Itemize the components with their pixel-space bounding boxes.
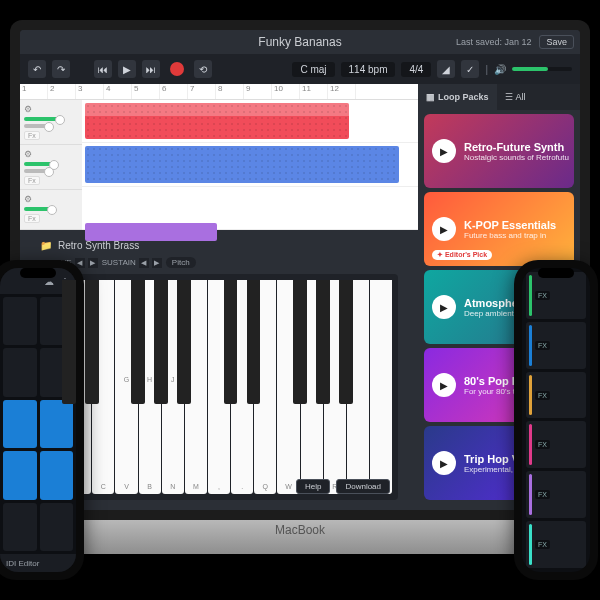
pad[interactable] xyxy=(3,451,37,499)
mixer-channel[interactable]: FX xyxy=(526,372,586,419)
black-key[interactable] xyxy=(177,280,191,404)
folder-icon: 📁 xyxy=(40,240,52,251)
pack-subtitle: Nostalgic sounds of Retrofutu xyxy=(464,153,566,162)
mixer-channel[interactable]: FX xyxy=(526,322,586,369)
track-pan[interactable] xyxy=(24,124,51,128)
pack-title: K-POP Essentials xyxy=(464,219,566,231)
pitch-button[interactable]: Pitch xyxy=(166,257,196,268)
loop-button[interactable]: ⟲ xyxy=(194,60,212,78)
undo-button[interactable]: ↶ xyxy=(28,60,46,78)
play-icon[interactable]: ▶ xyxy=(432,451,456,475)
black-key[interactable] xyxy=(224,280,238,404)
clip-track-3[interactable] xyxy=(85,223,217,241)
titlebar: Funky Bananas Last saved: Jan 12 Save xyxy=(20,30,580,54)
play-icon[interactable]: ▶ xyxy=(432,295,456,319)
timeline-ruler[interactable]: 123456789101112 xyxy=(20,84,418,100)
pad[interactable] xyxy=(40,451,74,499)
track-volume[interactable] xyxy=(24,117,62,121)
skip-start-button[interactable]: ⏮ xyxy=(94,60,112,78)
gear-icon[interactable]: ⚙ xyxy=(24,104,32,114)
master-volume[interactable] xyxy=(512,67,572,71)
record-button[interactable] xyxy=(166,62,188,76)
gear-icon[interactable]: ⚙ xyxy=(24,149,32,159)
sustain-control[interactable]: SUSTAIN ◀ ▶ xyxy=(102,258,162,268)
tab-all[interactable]: ☰ All xyxy=(497,84,534,110)
mixer-channel[interactable]: FX xyxy=(526,421,586,468)
track-volume[interactable] xyxy=(24,207,54,211)
pad[interactable] xyxy=(3,297,37,345)
footer-label[interactable]: IDI Editor xyxy=(6,559,39,568)
speaker-icon: 🔊 xyxy=(494,64,506,75)
track-headers: ⚙ Fx ⚙ Fx xyxy=(20,100,82,230)
help-button[interactable]: Help xyxy=(296,479,330,494)
tempo-display[interactable]: 114 bpm xyxy=(341,62,396,77)
play-button[interactable]: ▶ xyxy=(118,60,136,78)
phone-right: FX FX FX FX FX FX xyxy=(514,260,598,580)
track-header-1[interactable]: ⚙ Fx xyxy=(20,100,82,145)
clip-track-1[interactable] xyxy=(85,103,349,139)
transport-bar: ↶ ↷ ⏮ ▶ ⏭ ⟲ C maj 114 bpm 4/4 ◢ ✓ | 🔊 xyxy=(20,54,580,84)
pad[interactable] xyxy=(40,503,74,551)
clip-area[interactable] xyxy=(82,100,418,230)
editors-pick-badge: ✦ Editor's Pick xyxy=(432,250,492,260)
timesig-display[interactable]: 4/4 xyxy=(401,62,431,77)
sustain-up[interactable]: ▶ xyxy=(152,258,162,268)
download-button[interactable]: Download xyxy=(336,479,390,494)
sustain-down[interactable]: ◀ xyxy=(139,258,149,268)
last-saved: Last saved: Jan 12 xyxy=(456,37,532,47)
tuner-button[interactable]: ✓ xyxy=(461,60,479,78)
piano-keyboard[interactable]: SZDXCGVHBJNM,.QWERTY Help Download xyxy=(40,274,398,500)
black-key[interactable] xyxy=(62,280,76,404)
skip-end-button[interactable]: ⏭ xyxy=(142,60,160,78)
key-display[interactable]: C maj xyxy=(292,62,334,77)
fx-button[interactable]: Fx xyxy=(24,176,40,185)
track-volume[interactable] xyxy=(24,162,56,166)
loop-pack-card[interactable]: ▶ K-POP Essentials Future bass and trap … xyxy=(424,192,574,266)
black-key[interactable] xyxy=(293,280,307,404)
project-title: Funky Bananas xyxy=(258,35,341,49)
metronome-button[interactable]: ◢ xyxy=(437,60,455,78)
laptop-frame: Funky Bananas Last saved: Jan 12 Save ↶ … xyxy=(10,20,590,580)
play-icon[interactable]: ▶ xyxy=(432,217,456,241)
black-key[interactable] xyxy=(247,280,261,404)
mixer-channel[interactable]: FX xyxy=(526,521,586,568)
redo-button[interactable]: ↷ xyxy=(52,60,70,78)
pad[interactable] xyxy=(40,400,74,448)
daw-app: Funky Bananas Last saved: Jan 12 Save ↶ … xyxy=(20,30,580,510)
loop-pack-card[interactable]: ▶ Retro-Future Synth Nostalgic sounds of… xyxy=(424,114,574,188)
clip-track-2[interactable] xyxy=(85,146,399,182)
black-key[interactable] xyxy=(316,280,330,404)
black-key[interactable] xyxy=(131,280,145,404)
gear-icon[interactable]: ⚙ xyxy=(24,194,32,204)
octave-up[interactable]: ▶ xyxy=(88,258,98,268)
mixer-app: FX FX FX FX FX FX xyxy=(522,268,590,572)
mixer-channel[interactable]: FX xyxy=(526,272,586,319)
laptop-base: MacBook xyxy=(10,520,590,554)
pad[interactable] xyxy=(3,348,37,396)
pad[interactable] xyxy=(3,400,37,448)
track-header-3[interactable]: ⚙ Fx xyxy=(20,190,82,230)
tab-loop-packs[interactable]: ▦ Loop Packs xyxy=(418,84,497,110)
black-key[interactable] xyxy=(339,280,353,404)
fx-button[interactable]: Fx xyxy=(24,214,40,223)
play-icon[interactable]: ▶ xyxy=(432,139,456,163)
play-icon[interactable]: ▶ xyxy=(432,373,456,397)
track-pan[interactable] xyxy=(24,169,51,173)
track-header-2[interactable]: ⚙ Fx xyxy=(20,145,82,190)
black-key[interactable] xyxy=(85,280,99,404)
fx-button[interactable]: Fx xyxy=(24,131,40,140)
mixer-channel[interactable]: FX xyxy=(526,471,586,518)
pack-subtitle: Future bass and trap in xyxy=(464,231,566,240)
screen-bezel: Funky Bananas Last saved: Jan 12 Save ↶ … xyxy=(10,20,590,520)
black-key[interactable] xyxy=(154,280,168,404)
pad[interactable] xyxy=(3,503,37,551)
pack-title: Retro-Future Synth xyxy=(464,141,566,153)
save-button[interactable]: Save xyxy=(539,35,574,49)
instrument-name[interactable]: Retro Synth Brass xyxy=(58,240,139,251)
